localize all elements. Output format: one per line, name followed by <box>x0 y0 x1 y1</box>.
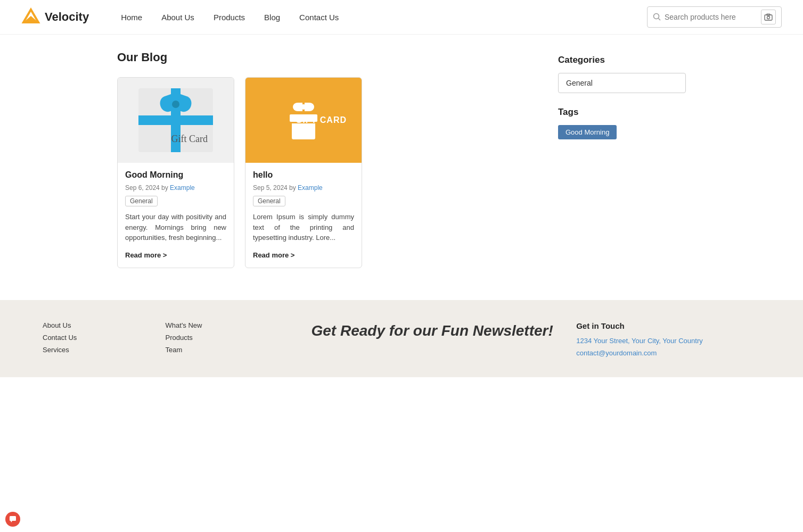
footer-newsletter: Get Ready for our Fun Newsletter! <box>288 321 576 361</box>
tags-section: Tags Good Morning <box>558 107 686 139</box>
blog-title: Our Blog <box>117 51 537 64</box>
logo-text: Velocity <box>45 10 89 24</box>
contact-email[interactable]: contact@yourdomain.com <box>576 349 760 357</box>
footer-col-2: What's New Products Team <box>166 321 289 361</box>
nav-blog[interactable]: Blog <box>264 13 280 22</box>
footer-link-products[interactable]: Products <box>166 334 289 342</box>
svg-line-3 <box>659 19 661 21</box>
blog-card-2: GIFT CARD hello Sep 5, 2024 by Example G… <box>245 77 362 268</box>
footer-link-contact[interactable]: Contact Us <box>43 334 166 342</box>
footer-link-services[interactable]: Services <box>43 346 166 354</box>
category-item[interactable]: General <box>558 73 686 93</box>
categories-title: Categories <box>558 55 686 65</box>
footer-link-about[interactable]: About Us <box>43 321 166 329</box>
blog-card-1-meta: Sep 6, 2024 by Example <box>125 184 226 192</box>
main-nav: Home About Us Products Blog Contact Us <box>121 13 647 22</box>
footer-link-whatsnew[interactable]: What's New <box>166 321 289 329</box>
contact-address[interactable]: 1234 Your Street, Your City, Your Countr… <box>576 337 760 345</box>
nav-about[interactable]: About Us <box>161 13 194 22</box>
blog-card-2-title: hello <box>253 170 354 180</box>
blog-card-1-author[interactable]: Example <box>170 184 195 192</box>
tag-good-morning[interactable]: Good Morning <box>558 125 617 139</box>
nav-home[interactable]: Home <box>121 13 142 22</box>
tags-title: Tags <box>558 107 686 118</box>
logo[interactable]: Velocity <box>21 7 89 27</box>
blog-card-1-image: Gift Card <box>118 78 234 163</box>
footer-col-1: About Us Contact Us Services <box>43 321 166 361</box>
blog-card-1-title: Good Morning <box>125 170 226 180</box>
blog-card-1-tag: General <box>125 196 158 206</box>
blog-cards: Gift Card Good Morning Sep 6, 2024 by Ex… <box>117 77 537 268</box>
blog-card-2-tag: General <box>253 196 285 206</box>
nav-contact[interactable]: Contact Us <box>299 13 339 22</box>
blog-section: Our Blog Gift Card <box>117 51 537 268</box>
sidebar: Categories General Tags Good Morning <box>558 51 686 268</box>
blog-card-2-read-more[interactable]: Read more > <box>253 251 294 259</box>
blog-card-2-author[interactable]: Example <box>298 184 323 192</box>
search-input[interactable] <box>665 13 758 21</box>
blog-card-2-image: GIFT CARD <box>245 78 362 163</box>
logo-icon <box>21 7 40 27</box>
blog-card-2-meta: Sep 5, 2024 by Example <box>253 184 354 192</box>
svg-point-2 <box>654 14 659 19</box>
footer-contact: Get in Touch 1234 Your Street, Your City… <box>576 321 760 361</box>
site-header: Velocity Home About Us Products Blog Con… <box>0 0 803 35</box>
blog-card-1-read-more[interactable]: Read more > <box>125 251 167 259</box>
camera-icon[interactable] <box>761 10 776 24</box>
newsletter-title: Get Ready for our Fun Newsletter! <box>309 321 555 340</box>
nav-products[interactable]: Products <box>214 13 245 22</box>
search-bar <box>647 6 782 28</box>
gift-card-label: GIFT CARD <box>296 115 347 126</box>
blog-card-2-excerpt: Lorem Ipsum is simply dummy text of the … <box>253 212 354 243</box>
blog-card-1: Gift Card Good Morning Sep 6, 2024 by Ex… <box>117 77 234 268</box>
bow <box>160 94 192 115</box>
footer-link-team[interactable]: Team <box>166 346 289 354</box>
site-footer: About Us Contact Us Services What's New … <box>0 300 803 377</box>
main-content: Our Blog Gift Card <box>0 35 803 300</box>
blog-card-1-excerpt: Start your day with positivity and energ… <box>125 212 226 243</box>
contact-title: Get in Touch <box>576 321 760 330</box>
gift-card-text: Gift Card <box>171 134 208 145</box>
search-icon <box>653 13 661 21</box>
svg-point-5 <box>767 16 770 19</box>
